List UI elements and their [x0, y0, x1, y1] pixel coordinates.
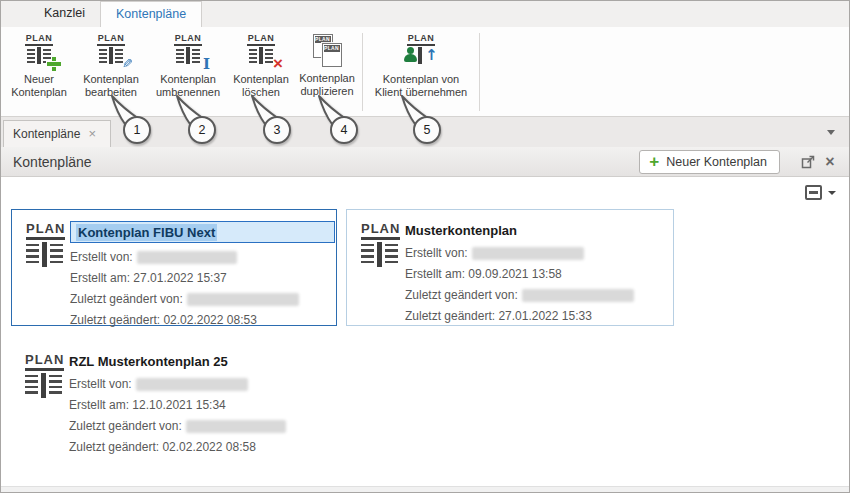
ribbon-button-kontenplan-von-klient[interactable]: PLAN ↑ Kontenplan vonKlient übernehmen	[366, 30, 476, 114]
new-kontenplan-button[interactable]: + Neuer Kontenplan	[639, 150, 780, 174]
popout-icon[interactable]	[801, 155, 815, 169]
kontenplan-card[interactable]: PLAN Musterkontenplan Erstellt von: Erst…	[346, 209, 674, 326]
app-window: Kanzlei Kontenpläne PLAN NeuerKontenplan…	[0, 0, 850, 493]
ibeam-overlay-icon: I	[203, 57, 210, 71]
panel-close-icon[interactable]: ×	[823, 155, 837, 169]
card-title: Musterkontenplan	[405, 223, 673, 238]
kontenplan-rename-icon: PLAN I	[170, 33, 206, 69]
cards-area: PLAN Kontenplan FIBU Next Erstellt von: …	[1, 208, 849, 486]
tab-close-icon[interactable]: ×	[88, 128, 96, 140]
up-arrow-icon: ↑	[425, 47, 438, 63]
ribbon-tab-bar: Kanzlei Kontenpläne	[1, 1, 849, 27]
ribbon-button-kontenplan-loeschen[interactable]: PLAN × Kontenplanlöschen	[227, 30, 295, 114]
redacted-value	[137, 251, 237, 264]
kontenplan-card[interactable]: PLAN Kontenplan FIBU Next Erstellt von: …	[11, 209, 337, 326]
ribbon-tab-kontenplaene[interactable]: Kontenpläne	[100, 1, 202, 27]
ribbon-separator	[479, 33, 480, 111]
person-icon	[404, 47, 417, 63]
kontenplan-import-icon: PLAN ↑	[403, 33, 439, 69]
kontenplan-icon: PLAN	[25, 350, 73, 398]
ribbon-button-kontenplan-umbenennen[interactable]: PLAN I Kontenplanumbenennen	[149, 30, 227, 114]
redacted-value	[186, 420, 286, 433]
ribbon-tab-kanzlei[interactable]: Kanzlei	[29, 1, 100, 27]
plus-icon: +	[649, 154, 659, 170]
ribbon: PLAN NeuerKontenplan PLAN ✎ Kontenplanbe…	[1, 27, 849, 117]
document-tab-bar: Kontenpläne ×	[1, 117, 849, 147]
card-view-icon[interactable]	[805, 185, 822, 200]
card-title: Kontenplan FIBU Next	[76, 224, 217, 241]
ribbon-button-neuer-kontenplan[interactable]: PLAN NeuerKontenplan	[5, 30, 73, 114]
panel-header: Kontenpläne + Neuer Kontenplan ×	[1, 147, 849, 177]
view-toolbar	[1, 178, 849, 208]
redacted-value	[187, 293, 299, 306]
ribbon-separator	[362, 33, 363, 111]
plus-overlay-icon	[47, 57, 61, 71]
ribbon-button-kontenplan-duplizieren[interactable]: PLAN PLAN Kontenplanduplizieren	[295, 30, 359, 114]
card-title: RZL Musterkontenplan 25	[69, 354, 337, 369]
document-tab-kontenplaene[interactable]: Kontenpläne ×	[3, 120, 111, 147]
kontenplan-edit-icon: PLAN ✎	[93, 33, 129, 69]
kontenplan-duplicate-icon: PLAN PLAN	[312, 34, 343, 68]
card-title-edit-field[interactable]: Kontenplan FIBU Next	[70, 221, 335, 243]
redacted-value	[472, 247, 584, 260]
kontenplan-icon: PLAN	[26, 219, 74, 267]
kontenplan-card[interactable]: PLAN RZL Musterkontenplan 25 Erstellt vo…	[11, 341, 337, 458]
status-bar	[1, 486, 849, 492]
kontenplan-delete-icon: PLAN ×	[243, 33, 279, 69]
x-overlay-icon: ×	[273, 57, 283, 71]
kontenplan-icon: PLAN	[361, 219, 409, 267]
ribbon-button-kontenplan-bearbeiten[interactable]: PLAN ✎ Kontenplanbearbeiten	[73, 30, 149, 114]
view-dropdown-icon[interactable]	[828, 191, 836, 195]
redacted-value	[136, 378, 248, 391]
kontenplan-new-icon: PLAN	[21, 33, 57, 69]
redacted-value	[522, 289, 634, 302]
tab-list-dropdown-icon[interactable]	[827, 130, 835, 135]
pencil-overlay-icon: ✎	[122, 56, 133, 71]
panel-title: Kontenpläne	[13, 154, 92, 170]
